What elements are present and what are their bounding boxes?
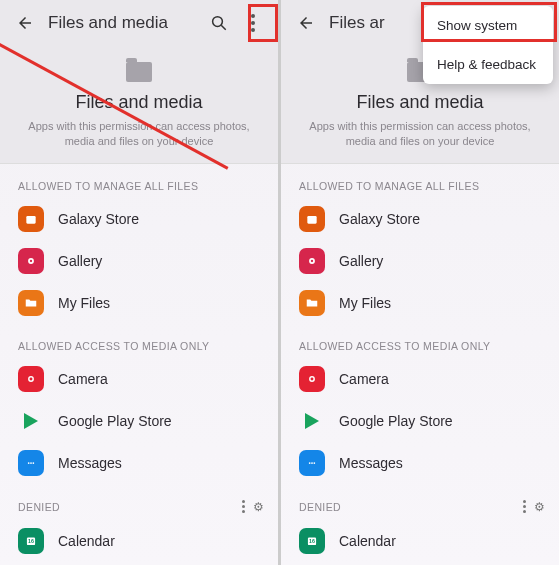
app-name: Google Play Store xyxy=(58,413,172,429)
list-more-icon[interactable] xyxy=(242,500,245,513)
app-name: Gallery xyxy=(339,253,383,269)
svg-text:16: 16 xyxy=(309,538,315,544)
app-name: Gallery xyxy=(58,253,102,269)
svg-rect-2 xyxy=(26,216,35,224)
app-name: My Files xyxy=(339,295,391,311)
app-row-gallery[interactable]: Gallery xyxy=(0,240,278,282)
section-manage-all: ALLOWED TO MANAGE ALL FILES xyxy=(281,164,559,198)
app-name: Camera xyxy=(58,371,108,387)
svg-point-6 xyxy=(30,377,33,380)
play-store-icon xyxy=(299,408,325,434)
gallery-icon xyxy=(18,248,44,274)
app-header: Files and media xyxy=(0,0,278,46)
hero-title: Files and media xyxy=(18,92,260,113)
back-icon[interactable] xyxy=(8,6,42,40)
svg-point-19 xyxy=(309,462,311,464)
section-denied: DENIED xyxy=(299,501,341,513)
camera-icon xyxy=(18,366,44,392)
header-title: Files and media xyxy=(42,13,202,33)
app-name: Galaxy Store xyxy=(58,211,139,227)
list-more-icon[interactable] xyxy=(523,500,526,513)
app-name: Calendar xyxy=(339,533,396,549)
app-row-play-store[interactable]: Google Play Store xyxy=(0,400,278,442)
svg-point-21 xyxy=(313,462,315,464)
annotation-highlight-more xyxy=(248,4,278,42)
screen-right: Files ar Show system Help & feedback Fil… xyxy=(281,0,559,565)
menu-help-feedback[interactable]: Help & feedback xyxy=(423,45,553,84)
messages-icon xyxy=(18,450,44,476)
play-store-icon xyxy=(18,408,44,434)
app-name: Camera xyxy=(339,371,389,387)
hero-title: Files and media xyxy=(299,92,541,113)
galaxy-store-icon xyxy=(18,206,44,232)
app-row-calendar[interactable]: 16 Calendar xyxy=(0,520,278,562)
section-media-only: ALLOWED ACCESS TO MEDIA ONLY xyxy=(281,324,559,358)
calendar-icon: 16 xyxy=(299,528,325,554)
svg-rect-14 xyxy=(307,216,316,224)
messages-icon xyxy=(299,450,325,476)
back-icon[interactable] xyxy=(289,6,323,40)
app-row-play-store[interactable]: Google Play Store xyxy=(281,400,559,442)
svg-point-4 xyxy=(30,260,32,262)
folder-icon xyxy=(126,62,152,82)
my-files-icon xyxy=(299,290,325,316)
list-settings-icon[interactable]: ⚙ xyxy=(253,500,264,514)
app-name: My Files xyxy=(58,295,110,311)
hero-description: Apps with this permission can access pho… xyxy=(299,119,541,149)
app-name: Google Play Store xyxy=(339,413,453,429)
app-row-calendar[interactable]: 16 Calendar xyxy=(281,520,559,562)
svg-point-0 xyxy=(213,17,223,27)
app-row-messages[interactable]: Messages xyxy=(0,442,278,484)
annotation-highlight-show-system xyxy=(421,2,557,42)
svg-point-8 xyxy=(30,462,32,464)
section-manage-all: ALLOWED TO MANAGE ALL FILES xyxy=(0,164,278,198)
app-name: Messages xyxy=(339,455,403,471)
app-row-camera[interactable]: Camera xyxy=(0,358,278,400)
svg-point-16 xyxy=(311,260,313,262)
galaxy-store-icon xyxy=(299,206,325,232)
svg-point-18 xyxy=(311,377,314,380)
camera-icon xyxy=(299,366,325,392)
app-row-messages[interactable]: Messages xyxy=(281,442,559,484)
app-name: Galaxy Store xyxy=(339,211,420,227)
svg-point-7 xyxy=(28,462,30,464)
svg-text:16: 16 xyxy=(28,538,34,544)
svg-point-20 xyxy=(311,462,313,464)
my-files-icon xyxy=(18,290,44,316)
app-name: Messages xyxy=(58,455,122,471)
gallery-icon xyxy=(299,248,325,274)
list-settings-icon[interactable]: ⚙ xyxy=(534,500,545,514)
app-row-galaxy-store[interactable]: Galaxy Store xyxy=(0,198,278,240)
svg-point-9 xyxy=(32,462,34,464)
app-name: Calendar xyxy=(58,533,115,549)
screen-left: Files and media Files and media Apps wit… xyxy=(0,0,278,565)
app-row-my-files[interactable]: My Files xyxy=(0,282,278,324)
app-row-galaxy-store[interactable]: Galaxy Store xyxy=(281,198,559,240)
app-row-gallery[interactable]: Gallery xyxy=(281,240,559,282)
svg-line-1 xyxy=(221,25,226,30)
hero-description: Apps with this permission can access pho… xyxy=(18,119,260,149)
calendar-icon: 16 xyxy=(18,528,44,554)
search-icon[interactable] xyxy=(202,6,236,40)
hero-section: Files and media Apps with this permissio… xyxy=(0,46,278,164)
section-denied: DENIED xyxy=(18,501,60,513)
section-media-only: ALLOWED ACCESS TO MEDIA ONLY xyxy=(0,324,278,358)
app-row-camera[interactable]: Camera xyxy=(281,358,559,400)
app-row-my-files[interactable]: My Files xyxy=(281,282,559,324)
